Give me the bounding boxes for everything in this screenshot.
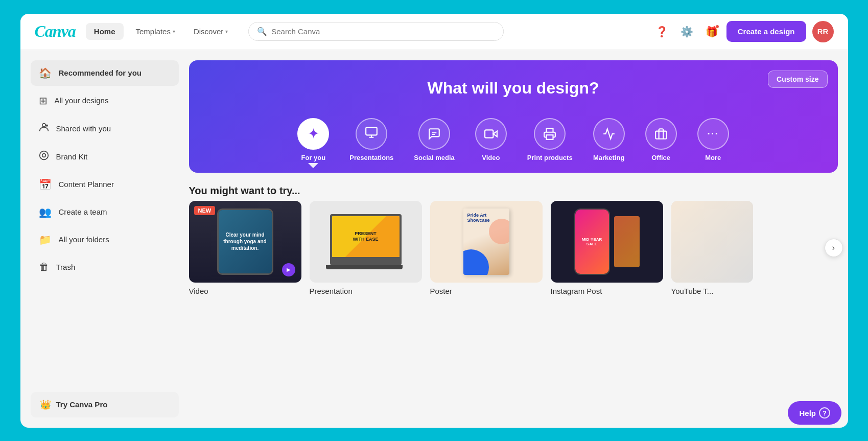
card-video[interactable]: NEW Clear your mind through yoga and med… bbox=[189, 201, 301, 295]
create-design-button[interactable]: Create a design bbox=[726, 21, 806, 42]
help-label: Help bbox=[799, 409, 816, 417]
suggestions-title: You might want to try... bbox=[189, 185, 838, 197]
settings-icon-button[interactable]: ⚙️ bbox=[678, 24, 695, 40]
team-icon: 👥 bbox=[39, 206, 52, 218]
category-label: More bbox=[705, 154, 721, 161]
card-thumb-video: NEW Clear your mind through yoga and med… bbox=[189, 201, 301, 283]
poster-mockup: Pride ArtShowcase bbox=[463, 208, 509, 275]
avatar[interactable]: RR bbox=[812, 21, 834, 42]
help-icon-button[interactable]: ❓ bbox=[653, 24, 670, 40]
print-icon-circle bbox=[534, 118, 566, 150]
more-dots-icon: ··· bbox=[707, 128, 719, 140]
present-with-ease-text: PRESENTWITH EASE bbox=[353, 231, 378, 242]
grid-icon: ⊞ bbox=[39, 95, 48, 107]
sidebar-item-recommended[interactable]: 🏠 Recommended for you bbox=[31, 60, 179, 86]
help-button[interactable]: Help ? bbox=[788, 401, 841, 425]
category-video[interactable]: Video bbox=[467, 112, 515, 168]
category-label: Video bbox=[482, 154, 500, 161]
category-label: Print products bbox=[527, 154, 573, 161]
svg-marker-5 bbox=[493, 131, 497, 136]
poster-circle-peach bbox=[489, 219, 509, 244]
card-youtube[interactable]: YouTube T... bbox=[671, 201, 753, 295]
category-label: Office bbox=[651, 154, 670, 161]
notification-dot bbox=[715, 25, 719, 29]
category-label: Social media bbox=[414, 154, 454, 161]
category-presentations[interactable]: Presentations bbox=[341, 112, 402, 168]
video-icon-circle bbox=[475, 118, 507, 150]
calendar-icon: 📅 bbox=[39, 178, 52, 191]
active-indicator bbox=[308, 163, 318, 168]
sidebar-item-brand-kit[interactable]: Brand Kit bbox=[31, 144, 179, 170]
card-thumb-youtube bbox=[671, 201, 753, 283]
category-for-you[interactable]: ✦ For you bbox=[289, 112, 337, 168]
search-bar: 🔍 bbox=[248, 22, 504, 41]
crown-icon: 👑 bbox=[40, 399, 51, 410]
chevron-down-icon: ▾ bbox=[225, 29, 228, 34]
office-icon-circle bbox=[645, 118, 677, 150]
folder-icon: 📁 bbox=[39, 234, 52, 246]
app-container: Canva Home Templates ▾ Discover ▾ 🔍 ❓ ⚙️… bbox=[20, 14, 848, 428]
svg-point-3 bbox=[42, 153, 45, 157]
more-icon-circle: ··· bbox=[697, 118, 729, 150]
content-area: What will you design? Custom size ✦ For … bbox=[189, 60, 838, 417]
sidebar-item-content-planner[interactable]: 📅 Content Planner bbox=[31, 172, 179, 197]
card-thumb-presentation: PRESENTWITH EASE bbox=[310, 201, 422, 283]
card-label: Presentation bbox=[310, 287, 422, 295]
design-banner: What will you design? Custom size ✦ For … bbox=[189, 60, 838, 173]
cards-row: NEW Clear your mind through yoga and med… bbox=[189, 201, 838, 295]
marketing-icon-circle bbox=[593, 118, 625, 150]
banner-title: What will you design? bbox=[207, 79, 819, 98]
sidebar-item-trash[interactable]: 🗑 Trash bbox=[31, 254, 179, 280]
card-label: YouTube T... bbox=[671, 287, 753, 295]
sidebar-item-label: All your folders bbox=[59, 235, 109, 244]
suggestions-section: You might want to try... NEW Clear your … bbox=[189, 185, 838, 295]
category-label: Marketing bbox=[593, 154, 624, 161]
play-icon: ▶ bbox=[282, 263, 295, 276]
sidebar: 🏠 Recommended for you ⊞ All your designs… bbox=[31, 60, 179, 417]
video-phone-text: Clear your mind through yoga and meditat… bbox=[223, 231, 268, 251]
svg-rect-7 bbox=[547, 135, 553, 140]
presentations-icon-circle bbox=[356, 118, 387, 150]
category-label: Presentations bbox=[349, 154, 393, 161]
category-marketing[interactable]: Marketing bbox=[585, 112, 633, 168]
social-media-icon-circle bbox=[418, 118, 450, 150]
custom-size-button[interactable]: Custom size bbox=[768, 71, 827, 88]
sidebar-item-create-team[interactable]: 👥 Create a team bbox=[31, 199, 179, 225]
card-presentation[interactable]: PRESENTWITH EASE Presentation bbox=[310, 201, 422, 295]
card-label: Poster bbox=[430, 287, 543, 295]
nav-discover-label: Discover bbox=[194, 27, 223, 36]
card-poster[interactable]: Pride ArtShowcase Poster bbox=[430, 201, 543, 295]
carousel-next-button[interactable]: › bbox=[825, 239, 843, 257]
header-icons: ❓ ⚙️ 🎁 bbox=[653, 24, 720, 40]
nav-templates-button[interactable]: Templates ▾ bbox=[130, 23, 181, 40]
card-instagram-post[interactable]: MID-YEARSALE Instagram Post bbox=[551, 201, 663, 295]
search-input[interactable] bbox=[271, 27, 495, 36]
help-question-icon: ? bbox=[819, 407, 830, 419]
sidebar-item-label: Recommended for you bbox=[59, 68, 142, 77]
category-more[interactable]: ··· More bbox=[689, 112, 737, 168]
nav-templates-label: Templates bbox=[136, 27, 171, 36]
card-label: Instagram Post bbox=[551, 287, 663, 295]
category-office[interactable]: Office bbox=[637, 112, 685, 168]
sidebar-item-shared[interactable]: Shared with you bbox=[31, 115, 179, 142]
phone-screen-text: MID-YEARSALE bbox=[582, 237, 602, 246]
sidebar-item-label: Brand Kit bbox=[56, 152, 88, 161]
video-phone-mockup: Clear your mind through yoga and meditat… bbox=[217, 208, 273, 275]
try-pro-button[interactable]: 👑 Try Canva Pro bbox=[31, 392, 179, 417]
card-label: Video bbox=[189, 287, 301, 295]
poster-title-text: Pride ArtShowcase bbox=[467, 213, 490, 224]
category-social-media[interactable]: Social media bbox=[406, 112, 462, 168]
nav-home-button[interactable]: Home bbox=[86, 23, 124, 40]
nav-discover-button[interactable]: Discover ▾ bbox=[187, 23, 234, 40]
sidebar-item-all-designs[interactable]: ⊞ All your designs bbox=[31, 88, 179, 113]
card-thumb-instagram: MID-YEARSALE bbox=[551, 201, 663, 283]
gift-icon-button[interactable]: 🎁 bbox=[703, 24, 720, 40]
chevron-down-icon: ▾ bbox=[173, 29, 175, 34]
category-print-products[interactable]: Print products bbox=[519, 112, 581, 168]
svg-rect-4 bbox=[366, 127, 377, 135]
laptop-mockup: PRESENTWITH EASE bbox=[330, 214, 402, 265]
logo[interactable]: Canva bbox=[35, 22, 76, 41]
sidebar-item-label: Shared with you bbox=[56, 124, 111, 133]
sidebar-item-folders[interactable]: 📁 All your folders bbox=[31, 227, 179, 252]
new-badge: NEW bbox=[194, 206, 216, 215]
